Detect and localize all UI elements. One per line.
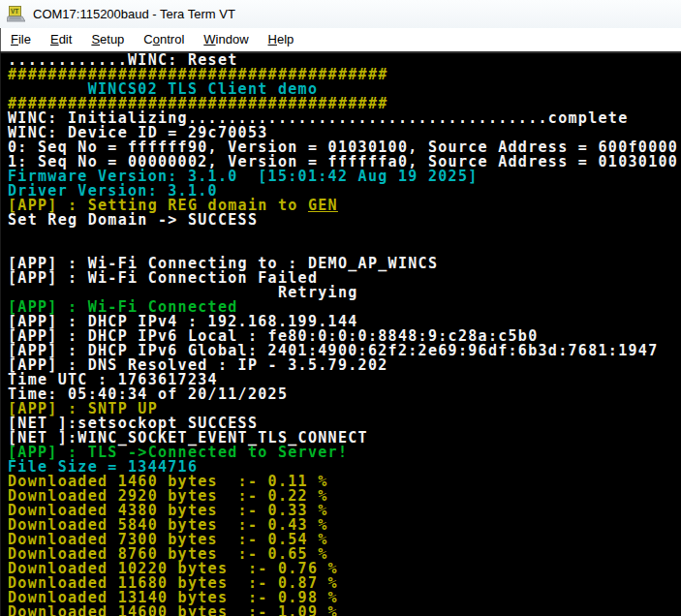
menu-item-window[interactable]: Window — [194, 28, 258, 51]
menu-item-edit[interactable]: Edit — [41, 28, 81, 51]
menu-item-setup[interactable]: Setup — [81, 28, 134, 51]
menu-bar: File Edit Setup Control Window Help — [0, 28, 681, 51]
menu-item-file[interactable]: File — [1, 28, 41, 51]
title-bar[interactable]: VT COM17:115200baud - Tera Term VT — [0, 0, 681, 28]
tera-term-vt-icon: VT — [7, 6, 25, 22]
terminal-line: Downloaded 14600 bytes :- 1.09 % — [8, 605, 681, 616]
svg-text:VT: VT — [11, 8, 18, 15]
menu-item-control[interactable]: Control — [134, 28, 194, 51]
tera-term-window: VT COM17:115200baud - Tera Term VT File … — [0, 0, 681, 616]
terminal-line — [8, 228, 681, 242]
terminal-screen[interactable]: ............WINC: Reset#################… — [0, 51, 681, 616]
terminal-line: Set Reg Domain -> SUCCESS — [8, 213, 681, 228]
menu-item-help[interactable]: Help — [259, 28, 304, 51]
window-title: COM17:115200baud - Tera Term VT — [33, 7, 235, 21]
